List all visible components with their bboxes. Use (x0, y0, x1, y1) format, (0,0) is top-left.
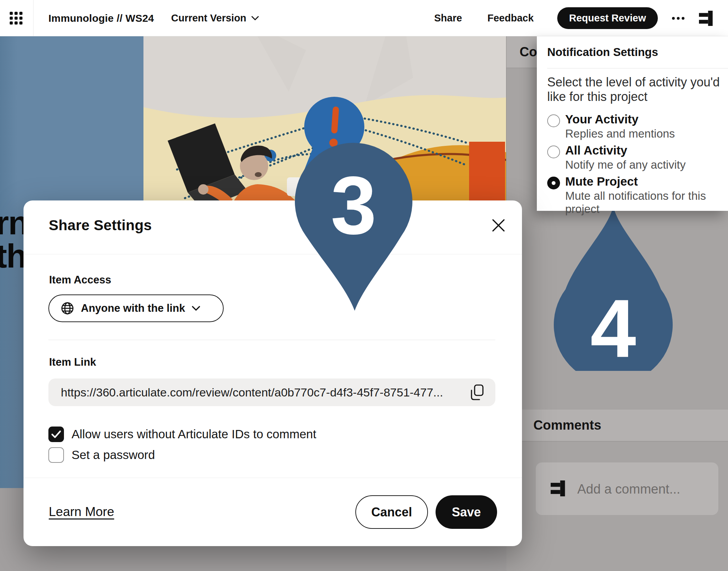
divider (48, 340, 495, 340)
radio-option-label: All Activity (565, 143, 627, 157)
item-access-dropdown[interactable]: Anyone with the link (48, 294, 224, 322)
notification-settings-intro: Select the level of activity you'd like … (547, 75, 724, 104)
close-icon[interactable] (491, 218, 506, 233)
radio-button-selected[interactable] (547, 177, 560, 189)
radio-option-description: Notify me of any activity (565, 158, 685, 171)
radio-option-description: Mute all notifications for this project (565, 189, 727, 216)
review-app-page: rn th Comments Comments Add a comment... (0, 0, 728, 571)
divider (24, 478, 522, 478)
add-comment-box[interactable]: Add a comment... (536, 462, 718, 515)
version-selector-label: Current Version (171, 12, 246, 24)
comments-section-header: Comments (506, 410, 728, 441)
share-settings-title: Share Settings (49, 217, 152, 234)
notification-settings-panel: Notification Settings Select the level o… (537, 36, 728, 211)
radio-option-your-activity[interactable]: Your Activity Replies and mentions (547, 112, 727, 141)
item-access-label: Item Access (49, 274, 111, 286)
app-grid-icon[interactable] (10, 12, 23, 25)
add-comment-placeholder: Add a comment... (577, 482, 680, 497)
version-selector[interactable]: Current Version (171, 0, 259, 36)
more-options-button[interactable] (669, 14, 687, 23)
project-title: Immunologie // WS24 (48, 0, 154, 36)
top-bar: Immunologie // WS24 Current Version Shar… (0, 0, 728, 36)
divider (547, 68, 728, 68)
learn-more-link[interactable]: Learn More (49, 505, 114, 519)
cancel-button[interactable]: Cancel (355, 495, 428, 529)
request-review-button[interactable]: Request Review (557, 7, 658, 29)
radio-option-label: Mute Project (565, 175, 638, 188)
item-link-value: https://360.articulate.com/review/conten… (61, 386, 470, 399)
radio-option-description: Replies and mentions (565, 127, 675, 140)
radio-option-label: Your Activity (565, 112, 638, 126)
comments-section-title: Comments (533, 418, 601, 433)
item-link-field[interactable]: https://360.articulate.com/review/conten… (48, 378, 495, 406)
set-password-label: Set a password (72, 448, 155, 462)
checkbox-checked[interactable] (48, 427, 64, 442)
chevron-down-icon (192, 306, 200, 311)
topbar-divider (33, 0, 34, 36)
share-settings-modal: Share Settings Item Access Anyone with t… (24, 200, 522, 546)
radio-button[interactable] (547, 146, 560, 158)
item-access-value: Anyone with the link (81, 302, 185, 315)
checkbox-unchecked[interactable] (48, 447, 64, 463)
radio-option-mute-project[interactable]: Mute Project Mute all notifications for … (547, 175, 727, 204)
notification-settings-title: Notification Settings (547, 46, 658, 59)
radio-option-all-activity[interactable]: All Activity Notify me of any activity (547, 143, 727, 172)
copy-link-icon[interactable] (470, 384, 485, 401)
review-360-logo-icon (699, 11, 714, 26)
divider (24, 254, 522, 254)
review-logo-icon (551, 480, 567, 496)
item-link-label: Item Link (49, 356, 96, 368)
save-button[interactable]: Save (436, 495, 497, 529)
checkmark-icon (48, 427, 64, 442)
allow-comment-label: Allow users without Articulate IDs to co… (72, 427, 316, 441)
share-menu-item[interactable]: Share (434, 0, 462, 36)
allow-comment-checkbox-row[interactable]: Allow users without Articulate IDs to co… (48, 426, 316, 442)
radio-button[interactable] (547, 114, 560, 127)
chevron-down-icon (251, 16, 259, 21)
set-password-checkbox-row[interactable]: Set a password (48, 447, 155, 463)
globe-icon (61, 302, 74, 315)
feedback-menu-item[interactable]: Feedback (487, 0, 534, 36)
